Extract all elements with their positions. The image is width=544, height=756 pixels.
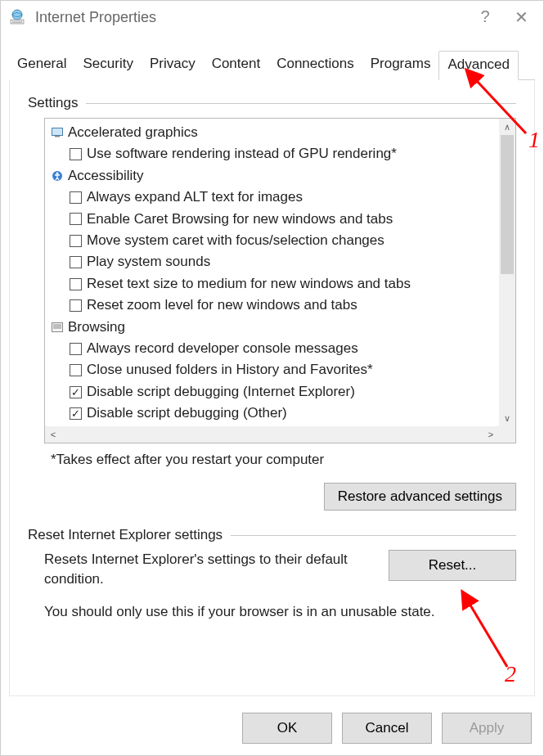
close-button[interactable]: ✕ (512, 7, 530, 27)
internet-properties-dialog: Internet Properties ? ✕ General Security… (0, 0, 544, 756)
tab-bar: General Security Privacy Content Connect… (9, 34, 535, 80)
category-row: Accelerated graphics (52, 122, 515, 143)
horizontal-scrollbar[interactable]: < > (45, 426, 515, 443)
dialog-footer: OK Cancel Apply (1, 704, 543, 755)
tab-content[interactable]: Content (204, 51, 269, 80)
setting-label: Use software rendering instead of GPU re… (87, 143, 397, 164)
checkbox[interactable] (70, 364, 82, 376)
scroll-down-arrow-icon[interactable]: ∨ (499, 410, 515, 426)
category-label: Accessibility (68, 165, 144, 187)
svg-rect-5 (55, 136, 60, 137)
tab-content-advanced: Settings Accelerated graphics Use softwa… (9, 80, 535, 696)
settings-listbox: Accelerated graphics Use software render… (44, 118, 516, 443)
reset-group-label: Reset Internet Explorer settings (28, 527, 231, 543)
checkbox[interactable] (70, 343, 82, 355)
internet-options-icon (7, 7, 27, 27)
settings-tree[interactable]: Accelerated graphics Use software render… (45, 119, 515, 426)
setting-item[interactable]: Move system caret with focus/selection c… (52, 230, 515, 251)
checkbox[interactable] (70, 407, 82, 420)
accessibility-icon (52, 170, 63, 182)
settings-group-label: Settings (28, 95, 86, 111)
setting-label: Always expand ALT text for images (87, 187, 303, 208)
setting-label: Enable Caret Browsing for new windows an… (87, 209, 393, 230)
svg-rect-8 (52, 322, 63, 331)
scroll-track[interactable] (499, 135, 515, 410)
category-row: Accessibility (52, 165, 515, 187)
scroll-right-arrow-icon[interactable]: > (483, 426, 499, 443)
category-label: Browsing (68, 317, 125, 338)
scroll-track[interactable] (61, 426, 483, 443)
setting-label: Always record developer console messages (87, 338, 358, 359)
svg-point-7 (56, 173, 59, 175)
vertical-scrollbar[interactable]: ∧ ∨ (499, 119, 515, 426)
setting-label: Reset zoom level for new windows and tab… (87, 295, 357, 316)
divider (86, 103, 516, 104)
restart-note: *Takes effect after you restart your com… (51, 452, 516, 468)
apply-button[interactable]: Apply (442, 713, 532, 744)
reset-warning: You should only use this if your browser… (44, 604, 516, 620)
checkbox[interactable] (70, 191, 82, 204)
accelerated-graphics-icon (52, 127, 63, 138)
tab-programs[interactable]: Programs (362, 51, 439, 80)
help-button[interactable]: ? (476, 7, 494, 27)
setting-item[interactable]: Use software rendering instead of GPU re… (52, 143, 515, 164)
setting-item[interactable]: Play system sounds (52, 251, 515, 272)
scroll-left-arrow-icon[interactable]: < (45, 426, 61, 443)
setting-item[interactable]: Enable Caret Browsing for new windows an… (52, 209, 515, 230)
checkbox[interactable] (70, 235, 82, 247)
setting-item[interactable]: Disable script debugging (Other) (52, 403, 515, 424)
setting-label: Reset text size to medium for new window… (87, 273, 411, 295)
reset-description: Resets Internet Explorer's settings to t… (44, 550, 369, 589)
setting-item[interactable]: Reset text size to medium for new window… (52, 273, 515, 295)
ok-button[interactable]: OK (242, 713, 332, 744)
setting-item[interactable]: Disable script debugging (Internet Explo… (52, 381, 515, 403)
scroll-corner (499, 426, 515, 443)
scroll-up-arrow-icon[interactable]: ∧ (499, 119, 515, 135)
browsing-icon (52, 322, 63, 333)
setting-item[interactable]: Close unused folders in History and Favo… (52, 359, 515, 380)
tab-security[interactable]: Security (74, 51, 141, 80)
checkbox[interactable] (70, 148, 82, 160)
restore-advanced-settings-button[interactable]: Restore advanced settings (324, 483, 516, 511)
titlebar: Internet Properties ? ✕ (1, 1, 543, 34)
tab-connections[interactable]: Connections (268, 51, 362, 80)
checkbox[interactable] (70, 213, 82, 225)
checkbox[interactable] (70, 278, 82, 290)
setting-label: Disable script debugging (Internet Explo… (87, 381, 355, 403)
checkbox[interactable] (70, 256, 82, 268)
scroll-thumb[interactable] (501, 135, 514, 274)
reset-button[interactable]: Reset... (389, 550, 516, 581)
setting-item[interactable]: Reset zoom level for new windows and tab… (52, 295, 515, 316)
setting-item[interactable]: Always expand ALT text for images (52, 187, 515, 208)
svg-point-0 (12, 10, 22, 20)
checkbox[interactable] (70, 299, 82, 312)
svg-rect-4 (52, 128, 63, 136)
setting-label: Close unused folders in History and Favo… (87, 359, 373, 380)
setting-label: Play system sounds (87, 251, 210, 272)
setting-label: Move system caret with focus/selection c… (87, 230, 384, 251)
cancel-button[interactable]: Cancel (342, 713, 432, 744)
divider (231, 535, 516, 536)
tab-advanced[interactable]: Advanced (438, 51, 519, 80)
category-label: Accelerated graphics (68, 122, 198, 143)
tab-general[interactable]: General (9, 51, 74, 80)
svg-rect-1 (11, 20, 24, 24)
window-title: Internet Properties (35, 9, 476, 26)
category-row: Browsing (52, 317, 515, 338)
setting-label: Disable script debugging (Other) (87, 403, 287, 424)
window-controls: ? ✕ (476, 7, 538, 27)
setting-item[interactable]: Always record developer console messages (52, 338, 515, 359)
tab-privacy[interactable]: Privacy (142, 51, 204, 80)
checkbox[interactable] (70, 386, 82, 398)
